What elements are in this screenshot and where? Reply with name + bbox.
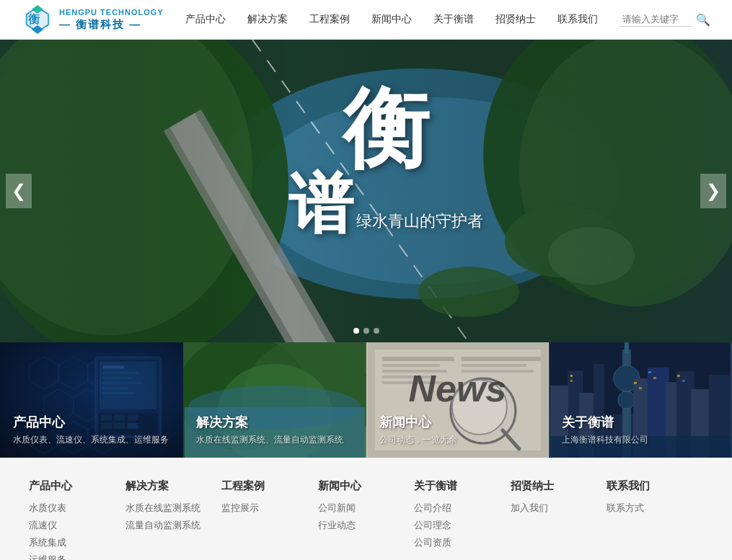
nav-about[interactable]: 关于衡谱 bbox=[433, 13, 474, 26]
carousel-prev-button[interactable]: ❮ bbox=[6, 174, 32, 208]
search-input[interactable] bbox=[619, 12, 692, 27]
carousel-dot-3[interactable] bbox=[374, 328, 379, 334]
footer-item-solutions-1[interactable]: 流量自动监测系统 bbox=[125, 519, 222, 532]
card-products-title: 产品中心 bbox=[13, 414, 170, 431]
card-news-overlay: 新闻中心 公司动态，一览无余 bbox=[366, 342, 550, 458]
card-about-subtitle: 上海衡谱科技有限公司 bbox=[562, 434, 719, 446]
search-button[interactable]: 🔍 bbox=[696, 13, 710, 27]
footer-item-products-0[interactable]: 水质仪表 bbox=[29, 502, 125, 515]
footer-col-cases-title: 工程案例 bbox=[221, 479, 318, 493]
hero-carousel: 衡 谱 绿水青山的守护者 ❮ ❯ bbox=[0, 40, 732, 342]
footer-col-products: 产品中心 水质仪表 流速仪 系统集成 运维服务 bbox=[29, 479, 125, 560]
footer-item-cases-0[interactable]: 监控展示 bbox=[221, 502, 318, 515]
footer-col-news: 新闻中心 公司新闻 行业动态 bbox=[318, 479, 415, 560]
feature-cards: 产品中心 水质仪表、流速仪、系统集成、运维服务 解决方案 水质在线监测系统、流量… bbox=[0, 342, 732, 458]
card-solutions[interactable]: 解决方案 水质在线监测系统、流量自动监测系统 bbox=[183, 342, 366, 458]
card-news[interactable]: News 新闻中心 公司动态，一览无余 bbox=[366, 342, 550, 458]
footer-nav: 产品中心 水质仪表 流速仪 系统集成 运维服务 解决方案 水质在线监测系统 流量… bbox=[0, 458, 732, 560]
logo-icon: 衡 bbox=[22, 4, 53, 35]
footer-item-contact-0[interactable]: 联系方式 bbox=[607, 502, 703, 515]
footer-col-cases: 工程案例 监控展示 bbox=[221, 479, 318, 560]
carousel-next-button[interactable]: ❯ bbox=[700, 174, 726, 208]
footer-col-contact: 联系我们 联系方式 bbox=[607, 479, 703, 560]
footer-col-about: 关于衡谱 公司介绍 公司理念 公司资质 bbox=[414, 479, 511, 560]
nav-recruit[interactable]: 招贤纳士 bbox=[495, 13, 536, 26]
footer-col-about-title: 关于衡谱 bbox=[414, 479, 511, 493]
card-solutions-overlay: 解决方案 水质在线监测系统、流量自动监测系统 bbox=[183, 342, 366, 458]
nav-products[interactable]: 产品中心 bbox=[185, 13, 226, 26]
card-products[interactable]: 产品中心 水质仪表、流速仪、系统集成、运维服务 bbox=[0, 342, 183, 458]
card-news-subtitle: 公司动态，一览无余 bbox=[379, 434, 537, 446]
footer-col-products-title: 产品中心 bbox=[29, 479, 125, 493]
carousel-dot-1[interactable] bbox=[353, 328, 359, 334]
carousel-dot-2[interactable] bbox=[363, 328, 369, 334]
carousel-dots bbox=[353, 328, 379, 334]
hero-subtitle: 绿水青山的守护者 bbox=[356, 210, 483, 232]
nav-news[interactable]: 新闻中心 bbox=[371, 13, 412, 26]
footer-col-recruit-title: 招贤纳士 bbox=[511, 479, 607, 493]
logo-chinese: — 衡谱科技 — bbox=[59, 17, 164, 32]
hero-char1: 衡 bbox=[288, 85, 483, 172]
card-products-overlay: 产品中心 水质仪表、流速仪、系统集成、运维服务 bbox=[0, 342, 183, 458]
card-products-subtitle: 水质仪表、流速仪、系统集成、运维服务 bbox=[13, 434, 170, 446]
logo[interactable]: 衡 HENGPU TECHNOLOGY — 衡谱科技 — bbox=[22, 4, 164, 35]
site-header: 衡 HENGPU TECHNOLOGY — 衡谱科技 — 产品中心 解决方案 工… bbox=[0, 0, 732, 40]
svg-text:衡: 衡 bbox=[27, 13, 40, 25]
footer-item-news-0[interactable]: 公司新闻 bbox=[318, 502, 415, 515]
logo-english: HENGPU TECHNOLOGY bbox=[59, 7, 164, 17]
main-nav: 产品中心 解决方案 工程案例 新闻中心 关于衡谱 招贤纳士 联系我们 bbox=[185, 13, 598, 26]
nav-cases[interactable]: 工程案例 bbox=[309, 13, 350, 26]
card-solutions-subtitle: 水质在线监测系统、流量自动监测系统 bbox=[196, 434, 353, 446]
footer-item-products-1[interactable]: 流速仪 bbox=[29, 519, 125, 532]
card-solutions-title: 解决方案 bbox=[196, 414, 353, 431]
hero-char2: 谱 bbox=[288, 172, 353, 236]
hero-text: 衡 谱 绿水青山的守护者 bbox=[288, 85, 483, 236]
footer-col-contact-title: 联系我们 bbox=[607, 479, 703, 493]
logo-text: HENGPU TECHNOLOGY — 衡谱科技 — bbox=[59, 7, 164, 32]
nav-solutions[interactable]: 解决方案 bbox=[247, 13, 288, 26]
card-about-overlay: 关于衡谱 上海衡谱科技有限公司 bbox=[549, 342, 732, 458]
footer-item-products-2[interactable]: 系统集成 bbox=[29, 536, 125, 549]
footer-item-recruit-0[interactable]: 加入我们 bbox=[511, 502, 607, 515]
footer-col-solutions: 解决方案 水质在线监测系统 流量自动监测系统 bbox=[125, 479, 222, 560]
footer-item-about-1[interactable]: 公司理念 bbox=[414, 519, 511, 532]
footer-col-news-title: 新闻中心 bbox=[318, 479, 415, 493]
hero-background: 衡 谱 绿水青山的守护者 bbox=[0, 40, 732, 342]
card-news-title: 新闻中心 bbox=[379, 414, 537, 431]
footer-item-solutions-0[interactable]: 水质在线监测系统 bbox=[125, 502, 222, 515]
footer-item-about-0[interactable]: 公司介绍 bbox=[414, 502, 511, 515]
search-area: 🔍 bbox=[619, 12, 710, 27]
footer-col-solutions-title: 解决方案 bbox=[125, 479, 222, 493]
footer-col-recruit: 招贤纳士 加入我们 bbox=[511, 479, 607, 560]
footer-item-about-2[interactable]: 公司资质 bbox=[414, 536, 511, 549]
footer-item-news-1[interactable]: 行业动态 bbox=[318, 519, 415, 532]
card-about-title: 关于衡谱 bbox=[562, 414, 719, 431]
card-about[interactable]: 关于衡谱 上海衡谱科技有限公司 bbox=[549, 342, 732, 458]
footer-item-products-3[interactable]: 运维服务 bbox=[29, 554, 125, 560]
nav-contact[interactable]: 联系我们 bbox=[557, 13, 598, 26]
